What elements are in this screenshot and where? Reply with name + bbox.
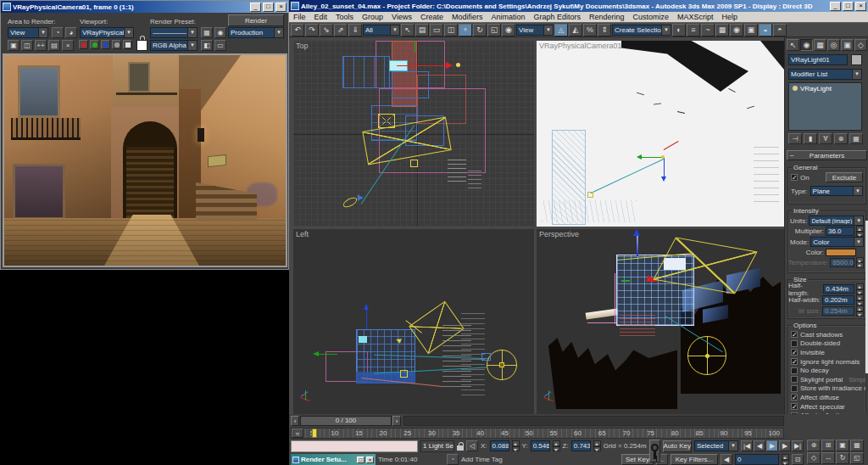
select-and-move-icon[interactable]: + [459, 24, 472, 36]
named-selection-sets-dropdown[interactable]: Create Selection▼ [612, 25, 671, 36]
auto-key-button[interactable]: Auto Key [663, 440, 692, 452]
menu-item[interactable]: MAXScript [673, 12, 718, 22]
time-slider-thumb[interactable] [312, 429, 317, 438]
menu-item[interactable]: Edit [310, 12, 332, 22]
on-checkbox[interactable]: ✓ [791, 174, 798, 181]
create-tab[interactable]: ↖ [787, 39, 799, 51]
time-configuration-icon[interactable]: ⊡ [792, 454, 804, 465]
rectangular-selection-region-icon[interactable]: ▭ [430, 24, 443, 36]
snaps-toggle-icon[interactable]: ◬ [554, 24, 568, 36]
render-setup-icon[interactable]: ▣ [744, 24, 758, 36]
snapshot-icon[interactable]: ◉ [214, 27, 226, 38]
viewport-label[interactable]: Perspective [539, 230, 579, 238]
key-filters-button[interactable]: Key Filters... [670, 454, 718, 465]
key-mode-toggle-icon[interactable]: ◀ [721, 454, 732, 465]
gizmo-y-axis[interactable] [415, 41, 415, 53]
save-image-icon[interactable]: ▣ [8, 40, 19, 51]
orbit-icon[interactable]: ↻ [836, 452, 849, 464]
select-and-rotate-icon[interactable]: ↻ [473, 24, 487, 36]
multiplier-field[interactable]: 36.0 [826, 227, 854, 236]
modify-tab[interactable]: ◉ [800, 39, 813, 51]
gizmo-green-axis[interactable] [319, 354, 337, 355]
maximize-viewport-toggle-icon[interactable]: ◱ [850, 452, 864, 464]
menu-item[interactable]: Tools [331, 12, 358, 22]
type-dropdown[interactable]: Plane▼ [810, 186, 863, 196]
pan-icon[interactable]: ↔ [821, 452, 835, 464]
menu-item[interactable]: Help [718, 12, 743, 22]
viewport-dropdown[interactable]: VRayPhysicalCam▼ [80, 27, 134, 38]
edit-region-icon[interactable]: ◕ [65, 27, 77, 38]
light-helper-box[interactable] [587, 192, 593, 198]
previous-frame-button[interactable]: ◀ [754, 440, 765, 451]
wireframe-object-blue[interactable] [392, 71, 429, 98]
viewport-label[interactable]: Top [296, 42, 309, 50]
mirror-icon[interactable]: ◐ [672, 24, 686, 36]
go-to-end-button[interactable]: ▶| [792, 440, 804, 451]
quick-render-icon[interactable]: ◓ [773, 24, 787, 36]
viewport-label[interactable]: VRayPhysicalCamera01 [539, 42, 622, 50]
green-channel-button[interactable] [90, 40, 99, 49]
menu-item[interactable]: Create [416, 12, 448, 22]
blue-channel-button[interactable] [101, 40, 110, 49]
viewport-label[interactable]: Left [296, 230, 309, 238]
absolute-mode-icon[interactable]: ◁ [466, 440, 478, 451]
time-slider[interactable]: 0 / 100 [300, 416, 392, 426]
curve-editor-icon[interactable]: ~ [701, 24, 715, 36]
mini-curve-editor-icon[interactable]: ≈ [292, 429, 303, 438]
remove-modifier-button[interactable]: ⊗ [834, 133, 848, 144]
set-key-mode-button[interactable] [649, 440, 660, 462]
wireframe-stairs[interactable] [461, 309, 485, 395]
minimize-icon[interactable]: _ [830, 2, 841, 11]
value-spinner[interactable] [856, 294, 864, 305]
zoom-extents-all-icon[interactable]: ▦ [850, 440, 864, 451]
save-preset-icon[interactable]: ▦ [201, 27, 213, 38]
motion-tab[interactable]: ◎ [827, 39, 840, 51]
show-end-result-button[interactable]: ▮ [804, 133, 817, 144]
y-coordinate-field[interactable]: 0.546m [531, 440, 550, 451]
frame-spinner[interactable] [782, 454, 789, 465]
schematic-view-icon[interactable]: ▦ [715, 24, 729, 36]
trackbar-track[interactable] [403, 416, 784, 426]
angle-snap-icon[interactable]: ◭ [569, 24, 582, 36]
menu-item[interactable]: Modifiers [448, 12, 487, 22]
main-titlebar[interactable]: Alley_02_sunset_04.max - Project Folder:… [289, 0, 868, 12]
gizmo-x-axis[interactable] [397, 65, 446, 66]
menu-item[interactable]: Customize [629, 12, 674, 22]
exclude-button[interactable]: Exclude [826, 172, 863, 182]
menu-item[interactable]: Animation [487, 12, 529, 22]
gizmo-blue-axis[interactable] [637, 234, 638, 256]
value-spinner[interactable] [856, 283, 864, 294]
menu-item[interactable]: Group [358, 12, 387, 22]
value-spinner[interactable] [856, 305, 864, 317]
timeline-ruler[interactable]: ≈ 51015202530354045505560657075808590951… [291, 428, 784, 439]
parameters-rollout-header[interactable]: − Parameters [787, 150, 867, 160]
current-frame-field[interactable]: 0 [735, 454, 779, 465]
print-image-icon[interactable]: ▤ [48, 40, 60, 51]
z-spinner[interactable] [593, 440, 601, 451]
viewport-perspective[interactable]: Perspective [537, 229, 784, 414]
x-spinner[interactable] [512, 440, 520, 451]
trackbar-left-arrow[interactable]: ‹ [291, 416, 299, 426]
select-and-scale-icon[interactable]: ◱ [487, 24, 501, 36]
reference-coordinate-system-dropdown[interactable]: View▼ [516, 25, 554, 36]
menu-item[interactable]: Views [387, 12, 416, 22]
wireframe-stairs[interactable] [468, 168, 481, 188]
use-pivot-point-icon[interactable]: ◉ [502, 24, 515, 36]
gizmo-blue-axis[interactable] [664, 158, 665, 176]
monochrome-icon[interactable]: ▭ [214, 40, 226, 51]
render-dialog-minimized[interactable]: Render Setu... □ × [291, 454, 376, 465]
close-icon[interactable]: × [855, 2, 866, 11]
light-helper-box[interactable] [400, 370, 408, 378]
viewport-camera[interactable]: VRayPhysicalCamera01 [537, 41, 784, 227]
multiplier-spinner[interactable] [856, 226, 864, 237]
menu-item[interactable]: Rendering [585, 12, 629, 22]
z-coordinate-field[interactable]: 0.743m [571, 440, 591, 451]
clone-window-icon[interactable]: ◫ [21, 40, 33, 51]
maxscript-mini-listener[interactable] [291, 440, 418, 452]
select-by-name-icon[interactable]: ▤ [415, 24, 429, 36]
menu-item[interactable]: Graph Editors [529, 12, 585, 22]
rendered-frame-window-icon[interactable]: ◒ [759, 24, 772, 36]
area-to-render-dropdown[interactable]: View▼ [8, 27, 48, 38]
color-channel-layer-icon[interactable]: ◧ [201, 40, 213, 51]
object-name-field[interactable]: VRayLight01 [788, 54, 848, 65]
